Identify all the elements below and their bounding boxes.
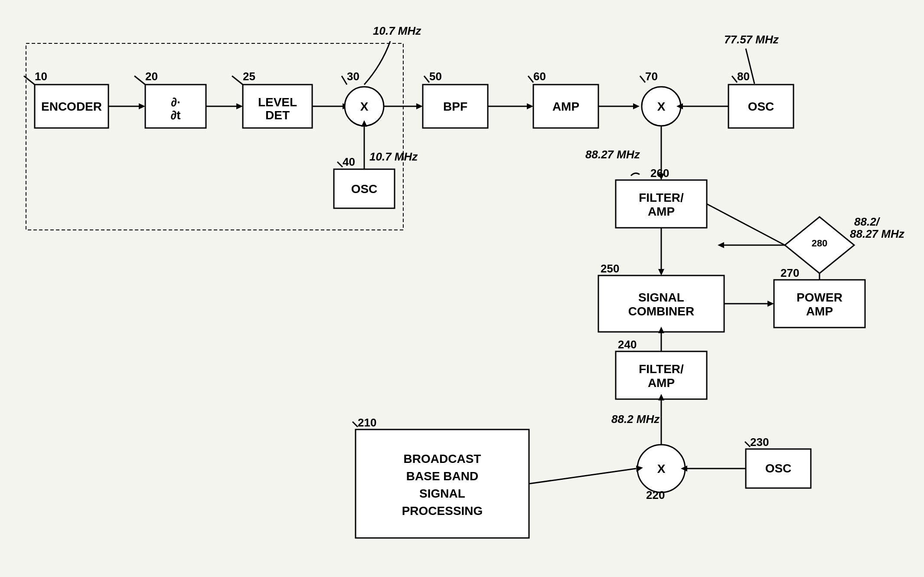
osc1-label: OSC [351, 182, 378, 196]
freq-882: 88.2 MHz [611, 413, 660, 426]
arrow5 [527, 103, 533, 109]
svg-line-28 [529, 469, 636, 484]
freq-8827-top: 88.27 MHz [585, 148, 640, 161]
broadcast-ref: 210 [358, 416, 376, 429]
encoder-ref: 10 [35, 70, 47, 83]
arrow6 [633, 103, 640, 109]
filter-amp1-ref: 260 [650, 167, 669, 180]
svg-line-12 [528, 76, 533, 82]
arrow4 [416, 103, 423, 109]
multiplier1-label: X [360, 100, 369, 113]
svg-line-14 [640, 76, 645, 82]
level-det-label1: LEVEL [258, 95, 297, 109]
svg-line-27 [353, 422, 358, 427]
svg-line-15 [732, 76, 737, 82]
filter-amp2-ref: 240 [618, 338, 637, 351]
multiplier1-ref: 30 [347, 70, 359, 83]
osc2-ref: 80 [737, 70, 750, 83]
arrow1 [139, 103, 145, 109]
power-amp-ref: 270 [780, 266, 799, 279]
svg-line-10 [424, 76, 429, 82]
svg-line-4 [232, 76, 243, 85]
power-amp-label2: AMP [806, 305, 833, 318]
arrow9 [658, 269, 664, 275]
svg-line-29 [707, 204, 785, 245]
osc1-ref: 40 [343, 155, 355, 168]
signal-combiner-ref: 250 [601, 262, 619, 275]
signal-combiner-label2: COMBINER [628, 305, 694, 318]
broadcast-label1: BROADCAST [404, 452, 481, 466]
derivative-ref: 20 [145, 70, 158, 83]
level-det-ref: 25 [243, 70, 255, 83]
multiplier2-ref: 70 [645, 70, 658, 83]
osc3-ref: 230 [750, 436, 769, 449]
broadcast-block [356, 429, 529, 538]
multiplier2-label: X [657, 100, 666, 113]
bpf-label: BPF [443, 100, 467, 113]
svg-line-0 [24, 76, 35, 85]
freq-7757: 77.57 MHz [724, 33, 779, 46]
multiplier3-ref: 220 [646, 488, 665, 502]
arrow-diamond-left [718, 242, 724, 248]
filter-amp2-label2: AMP [648, 376, 675, 390]
level-det-label2: DET [265, 108, 290, 122]
signal-combiner-label1: SIGNAL [638, 291, 684, 304]
derivative-label2: ∂t [170, 108, 180, 122]
broadcast-label2: BASE BAND [406, 469, 478, 483]
diamond-ref: 280 [812, 238, 828, 249]
filter-amp1-label2: AMP [648, 205, 675, 218]
filter-amp2-label1: FILTER/ [639, 362, 684, 376]
power-amp-label1: POWER [797, 291, 842, 304]
broadcast-label4: PROCESSING [402, 504, 483, 518]
arrow10 [767, 301, 774, 307]
multiplier3-label: X [657, 462, 666, 475]
freq-107-bottom: 10.7 MHz [369, 150, 418, 163]
freq-882-8827: 88.2/ [854, 215, 881, 228]
arrow2 [236, 103, 243, 109]
broadcast-label3: SIGNAL [419, 487, 465, 500]
derivative-label1: ∂· [171, 95, 180, 109]
svg-line-2 [134, 76, 145, 85]
bpf-ref: 50 [429, 70, 442, 83]
diagram-container: ENCODER 10 ∂· ∂t 20 LEVEL DET 25 X 30 OS… [0, 0, 924, 577]
svg-line-7 [337, 162, 343, 167]
encoder-label: ENCODER [41, 100, 102, 113]
svg-line-6 [342, 76, 347, 85]
filter-amp1-label1: FILTER/ [639, 191, 684, 204]
osc3-label: OSC [765, 462, 792, 475]
freq-882-8827-2: 88.27 MHz [850, 227, 905, 240]
osc2-label: OSC [748, 100, 774, 113]
freq-107-top: 10.7 MHz [373, 24, 421, 37]
amp-label: AMP [552, 100, 579, 113]
amp-ref: 60 [533, 70, 546, 83]
svg-line-25 [745, 442, 750, 447]
